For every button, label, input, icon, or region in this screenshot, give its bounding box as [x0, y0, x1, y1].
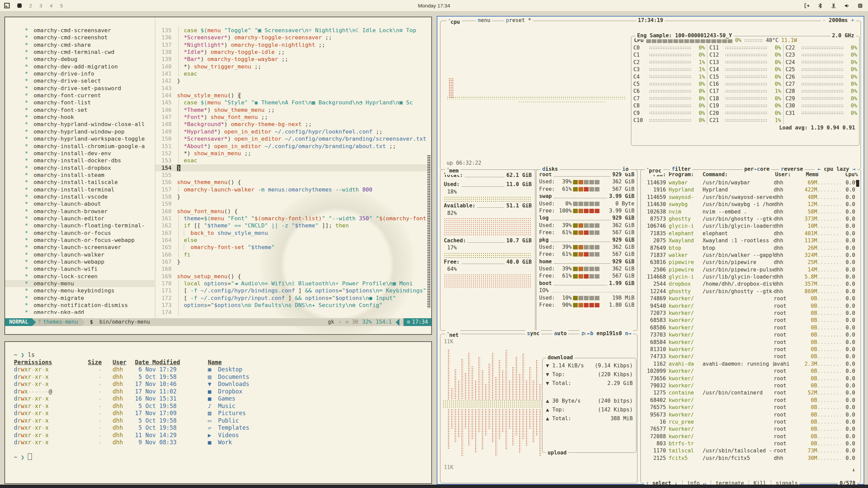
process-row[interactable]: 68584kworker/root0B..........0.0: [642, 339, 855, 346]
file-list-item[interactable]: *omarchy-install-dev-env: [5, 150, 155, 157]
file-list-item[interactable]: *omarchy-launch-about: [5, 200, 155, 207]
process-row[interactable]: 803btrfs-trroot0B..........0.0: [642, 440, 855, 447]
process-row[interactable]: 1162avahi-daavahi-daemon: running [avahi…: [642, 361, 855, 368]
code-line[interactable]: 137│ *Nightlight*) omarchy-toggle-nightl…: [155, 41, 431, 48]
file-list-item[interactable]: *omarchy-launch-or-focus: [5, 229, 155, 237]
proc-sort-selector[interactable]: ← cpu lazy →: [816, 166, 857, 173]
code-line[interactable]: 161│ theme=$(menu "Font" "$(omarchy-font…: [155, 215, 431, 222]
net-auto-toggle[interactable]: auto: [552, 330, 568, 337]
process-row[interactable]: 2075XwaylandXwayland :1 -rootless -dhh11…: [642, 237, 855, 244]
code-line[interactable]: 138│ *Idle*) omarchy-toggle-idle ;;: [155, 48, 431, 56]
code-line[interactable]: 139│ *Bar*) omarchy-toggle-waybar ;;: [155, 56, 431, 63]
code-line[interactable]: 160show_font_menu() {: [155, 208, 431, 215]
code-line[interactable]: 141│ esac: [155, 70, 431, 77]
code-line[interactable]: 151│ *About*) open_in_editor ~/.config/o…: [155, 143, 431, 150]
process-row[interactable]: 68402kworker/root0B..........0.0: [642, 397, 855, 404]
file-list-item[interactable]: *omarchy-menu: [5, 280, 155, 287]
code-line[interactable]: 163│ ▏ back_to show_style_menu: [155, 229, 431, 237]
file-list-item[interactable]: *omarchy-font-list: [5, 99, 155, 106]
code-line[interactable]: 153│ esac: [155, 157, 431, 164]
file-list-item[interactable]: *omarchy-pkg-add: [5, 309, 155, 314]
process-row[interactable]: 114668glycin-i/usr/lib/glycin-loadersdhh…: [642, 273, 855, 281]
file-list-item[interactable]: *omarchy-install-docker-dbs: [5, 157, 155, 164]
file-list-item[interactable]: *omarchy-install-terminal: [5, 186, 155, 193]
code-line[interactable]: 158}: [155, 193, 431, 200]
process-row[interactable]: 2544dropbox/home/dhh/.dropbox-distdhh357…: [642, 281, 855, 288]
process-row[interactable]: 87649btopbtopdhh26M..........0.0: [642, 245, 855, 252]
refresh-interval[interactable]: - 2000ms +: [821, 17, 856, 24]
process-row[interactable]: 68583kworker/root0B..........0.0: [642, 317, 855, 324]
file-list-item[interactable]: *omarchy-launch-walker: [5, 251, 155, 258]
process-row[interactable]: 1275containe/usr/bin/containerdroot52M..…: [642, 389, 855, 396]
code-line[interactable]: 173│ options="$options\n⊡ Defaults\n♁ DN…: [155, 302, 431, 309]
process-row[interactable]: 94540kworker/root0B..........0.0: [642, 303, 855, 310]
bluetooth-icon[interactable]: [817, 3, 823, 9]
file-list-item[interactable]: *omarchy-lock-screen: [5, 273, 155, 280]
disks-box-title[interactable]: disks: [540, 166, 560, 173]
file-list-item[interactable]: *omarchy-hyprland-window-pop: [5, 128, 155, 135]
process-row[interactable]: 72088kworker/root0B..........0.0: [642, 433, 855, 440]
process-row[interactable]: 71837walker/usr/bin/walker --gappldhh324…: [642, 252, 855, 259]
process-row[interactable]: 16rcu_preeroot0B..........0.0: [642, 419, 855, 426]
code-line[interactable]: 174│: [155, 309, 431, 316]
process-row[interactable]: 106746glycin-i/usr/lib/glycin-loadersdhh…: [642, 223, 855, 230]
code-line[interactable]: 170│ local options="◄ Audio\n≈ Wifi\nᛒ B…: [155, 280, 431, 287]
editor-scrollbar[interactable]: [427, 155, 431, 308]
file-list-item[interactable]: *omarchy-drive-info: [5, 70, 155, 77]
file-list-item[interactable]: *omarchy-cmd-screensaver: [5, 27, 155, 34]
file-list-item[interactable]: *omarchy-install-tailscale: [5, 179, 155, 186]
file-list-item[interactable]: *omarchy-cmd-screenshot: [5, 34, 155, 41]
code-line[interactable]: 146│ *Theme*) show_theme_menu ;;: [155, 106, 431, 114]
proc-reverse-toggle[interactable]: reverse: [779, 166, 805, 173]
file-list-item[interactable]: *omarchy-drive-select: [5, 77, 155, 84]
file-list-item[interactable]: *omarchy-font-current: [5, 92, 155, 99]
process-row[interactable]: 1170tailscal/usr/sbin/tailscaled --root7…: [642, 447, 855, 454]
code-line[interactable]: 140│ *) show_trigger_menu ;;: [155, 63, 431, 70]
code-line[interactable]: 136│ *Screensaver*) omarchy-toggle-scree…: [155, 34, 431, 41]
menubar-clock[interactable]: Monday 17:34: [0, 3, 868, 8]
file-list-item[interactable]: *omarchy-dev-add-migration: [5, 63, 155, 70]
code-line[interactable]: 152│ *) show_main_menu ;;: [155, 150, 431, 157]
btop-preset-button[interactable]: preset *: [504, 17, 533, 24]
logout-icon[interactable]: [804, 3, 810, 9]
process-row[interactable]: 73703kworker/root0B..........0.0: [642, 331, 855, 339]
volume-icon[interactable]: [844, 3, 850, 9]
process-row[interactable]: 76575kworker/root0B..........0.0: [642, 404, 855, 411]
code-line[interactable]: 148│ *Background*) omarchy-theme-bg-next…: [155, 121, 431, 128]
code-line[interactable]: 165│ ▏ omarchy-font-set "$theme": [155, 244, 431, 251]
net-sync-toggle[interactable]: sync: [525, 330, 541, 337]
file-list-item[interactable]: *omarchy-drive-set-password: [5, 85, 155, 92]
file-list-item[interactable]: *omarchy-install-dropbox: [5, 164, 155, 171]
file-list-item[interactable]: *omarchy-cmd-terminal-cwd: [5, 48, 155, 56]
process-row[interactable]: 87573ghostty/usr/bin/ghostty --gtk-dhh37…: [642, 216, 855, 223]
code-line[interactable]: 162│ if [[ "$theme" == "CNCLD" || -z "$t…: [155, 222, 431, 229]
file-list-item[interactable]: *omarchy-launch-floating-terminal-: [5, 222, 155, 229]
process-row[interactable]: 2125fcitx5/usr/bin/fcitx5dhh30M.........…: [642, 455, 855, 462]
proc-box-title[interactable]: ⁴proc: [645, 166, 663, 175]
process-row[interactable]: 102099kworker/root0B..........0.0: [642, 368, 855, 375]
disks-io-toggle[interactable]: io: [620, 166, 630, 173]
file-list-item[interactable]: *omarchy-cmd-share: [5, 41, 155, 48]
process-row[interactable]: 73656kworker/root0B..........0.0: [642, 375, 855, 382]
btop-menu-button[interactable]: menu: [476, 17, 492, 24]
file-list-item[interactable]: *omarchy-launch-screensaver: [5, 244, 155, 251]
code-line[interactable]: 169show_setup_menu() {: [155, 273, 431, 280]
proc-scrollbar-thumb[interactable]: [856, 180, 859, 187]
file-list-item[interactable]: *omarchy-launch-webapp: [5, 258, 155, 265]
proc-percore-toggle[interactable]: per-core: [743, 166, 771, 173]
code-line[interactable]: 143: [155, 85, 431, 92]
code-line[interactable]: 156show_theme_menu() {: [155, 179, 431, 186]
process-row[interactable]: 76577kworker/root0B..........0.0: [642, 426, 855, 433]
process-row[interactable]: 68586kworker/root0B..........0.0: [642, 324, 855, 331]
process-row[interactable]: 81310kworker/root0B..........0.0: [642, 346, 855, 353]
cpu-box-title[interactable]: ¹cpu: [447, 17, 462, 26]
file-list-item[interactable]: *omarchy-hook: [5, 114, 155, 121]
code-line[interactable]: 159: [155, 200, 431, 207]
file-list-item[interactable]: *omarchy-launch-or-focus-webapp: [5, 237, 155, 244]
file-list-item[interactable]: *omarchy-install-steam: [5, 171, 155, 179]
code-line[interactable]: 172│ [ -f ~/.config/hypr/input.conf ] &&…: [155, 294, 431, 302]
process-row[interactable]: 63816pipewire/usr/bin/pipewiredhh25M....…: [642, 259, 855, 266]
code-line[interactable]: 166│ fi: [155, 251, 431, 258]
mem-box-title[interactable]: ²mem: [445, 166, 460, 175]
code-line[interactable]: 149│ *Hyprland*) open_in_editor ~/.confi…: [155, 128, 431, 135]
